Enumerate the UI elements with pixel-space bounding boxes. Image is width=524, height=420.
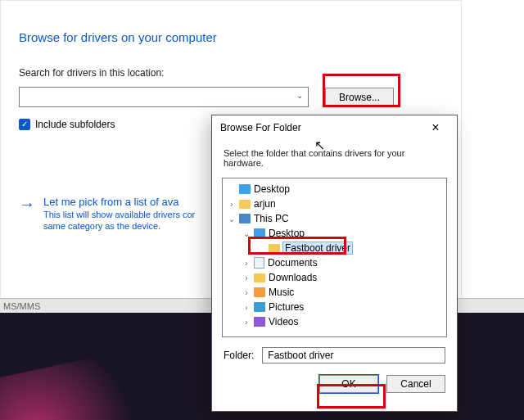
tree-item-label: Desktop (254, 183, 290, 195)
close-button[interactable]: × (422, 115, 449, 140)
ok-button[interactable]: OK (319, 375, 378, 393)
pc-icon (239, 214, 251, 224)
tree-item-label: arjun (254, 198, 276, 210)
tree-item[interactable]: ›arjun (228, 196, 441, 211)
expander-icon[interactable]: › (228, 200, 236, 209)
folder-icon (269, 244, 280, 253)
expander-icon[interactable]: › (242, 318, 251, 327)
folder-field-label: Folder: (224, 350, 254, 361)
tree-item[interactable]: ›Downloads (228, 270, 441, 285)
browse-for-folder-dialog: Browse For Folder × Select the folder th… (211, 115, 458, 412)
tree-item[interactable]: ›Documents (228, 255, 441, 270)
expander-icon[interactable]: › (242, 303, 251, 312)
folder-tree[interactable]: Desktop›arjun⌄This PC⌄DesktopFastboot dr… (222, 178, 447, 337)
tree-item[interactable]: ⌄This PC (228, 211, 441, 226)
tree-item-label: This PC (254, 213, 289, 224)
expander-icon[interactable]: ⌄ (242, 229, 251, 238)
pic-icon (254, 302, 265, 312)
desktop-icon (254, 228, 265, 238)
music-icon (254, 287, 265, 297)
tree-item[interactable]: ⌄Desktop (228, 226, 441, 241)
tree-item-label: Pictures (269, 301, 304, 313)
pick-heading: Let me pick from a list of ava (43, 196, 195, 208)
expander-icon[interactable]: › (242, 288, 251, 297)
search-location-label: Search for drivers in this location: (19, 67, 443, 79)
chevron-down-icon[interactable]: ⌄ (296, 91, 303, 100)
tree-item[interactable]: ›Pictures (228, 300, 441, 314)
include-subfolders-label: Include subfolders (35, 119, 115, 130)
include-subfolders-checkbox[interactable]: ✓ (19, 119, 30, 130)
doc-icon (254, 257, 264, 269)
folder-name-input[interactable] (262, 347, 445, 364)
tree-item-label: Videos (269, 316, 298, 327)
tree-item-label: Fastboot driver (283, 242, 352, 254)
tree-item-label: Downloads (269, 272, 317, 283)
tree-item-label: Desktop (269, 228, 305, 239)
folder-icon (239, 200, 251, 209)
vid-icon (254, 317, 265, 327)
arrow-right-icon: → (19, 196, 35, 231)
search-location-combobox[interactable]: ⌄ (19, 87, 309, 107)
panel-title: Browse for drivers on your computer (19, 30, 443, 44)
cancel-button[interactable]: Cancel (386, 375, 445, 393)
browse-button[interactable]: Browse... (325, 88, 394, 107)
expander-icon[interactable]: ⌄ (228, 215, 236, 224)
tree-item[interactable]: ›Videos (228, 314, 441, 329)
pick-subtext-1: This list will show available drivers co… (43, 210, 195, 219)
dialog-message: Select the folder that contains drivers … (212, 140, 457, 178)
desktop-icon (239, 184, 251, 194)
tree-item[interactable]: ›Music (228, 285, 441, 300)
tree-item[interactable]: Desktop (228, 182, 441, 196)
tree-item-label: Documents (268, 257, 318, 269)
pick-subtext-2: same category as the device. (43, 221, 195, 231)
expander-icon[interactable]: › (242, 273, 251, 282)
expander-icon[interactable]: › (242, 259, 251, 268)
dialog-title: Browse For Folder (220, 122, 301, 133)
tree-item[interactable]: Fastboot driver (228, 241, 441, 255)
folder-icon (254, 273, 265, 282)
tree-item-label: Music (269, 287, 294, 298)
